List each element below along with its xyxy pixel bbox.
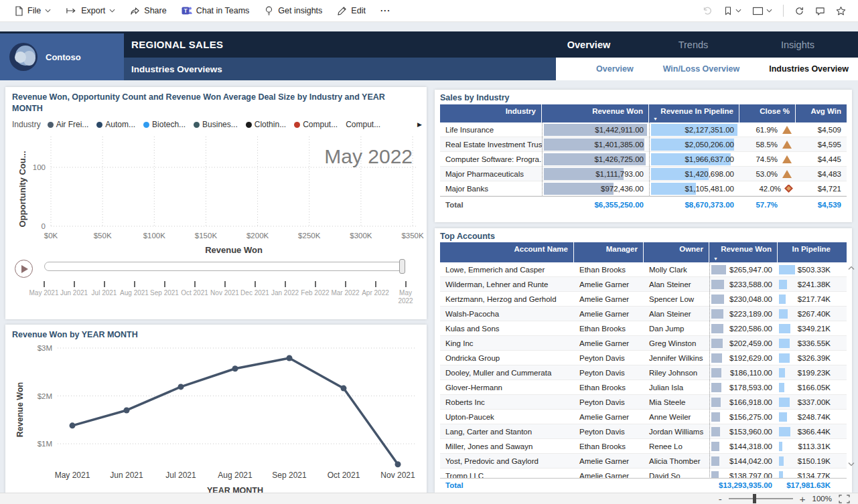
top-accounts-card: Top Accounts Account NameManagerOwnerRev… xyxy=(435,228,852,493)
play-axis-month[interactable]: Mar 2022 xyxy=(330,281,360,305)
table-row[interactable]: Computer Software: Progra...$1,426,725.0… xyxy=(440,152,847,167)
column-header-revenue-won[interactable]: Revenue Won▼ xyxy=(709,242,778,262)
play-axis-month[interactable]: Sep 2021 xyxy=(149,281,180,305)
play-axis-slider-handle[interactable] xyxy=(399,259,405,274)
column-header-in-pipeline[interactable]: In Pipeline xyxy=(778,242,836,262)
play-axis-month[interactable]: Nov 2021 xyxy=(210,281,240,305)
legend-item[interactable]: Air Frei... xyxy=(48,120,89,129)
bookmarks-button[interactable] xyxy=(718,0,747,21)
legend-item[interactable]: Comput... xyxy=(346,120,380,129)
zoom-out-button[interactable]: - xyxy=(719,494,722,504)
play-axis-month[interactable]: May2022 xyxy=(390,281,421,305)
table-row[interactable]: Kertzmann, Herzog and GerholdAmelie Garn… xyxy=(440,292,847,307)
chevron-down-icon xyxy=(45,9,51,13)
column-header-account-name[interactable]: Account Name xyxy=(440,242,574,262)
table-row[interactable]: Glover-HermannEthan BrooksJulian Isla$17… xyxy=(440,380,847,395)
view-button[interactable] xyxy=(747,0,778,21)
comments-button[interactable] xyxy=(810,0,831,21)
play-axis-month[interactable]: Feb 2022 xyxy=(300,281,330,305)
scroll-down-icon[interactable] xyxy=(848,462,855,467)
play-axis-month[interactable]: Dec 2021 xyxy=(240,281,270,305)
line-data-point[interactable] xyxy=(287,355,293,361)
column-header-manager[interactable]: Manager xyxy=(574,242,644,262)
cell-account-name: Dooley, Muller and Cummerata xyxy=(440,369,574,377)
table-row[interactable]: Yost, Predovic and GaylordAmelie GarnerA… xyxy=(440,454,847,469)
table-row[interactable]: Major Pharmaceuticals$1,111,793.00$1,420… xyxy=(440,167,847,181)
column-header-revenue-won[interactable]: Revenue Won xyxy=(542,104,649,122)
table-row[interactable]: Lang, Carter and StantonPeyton DavisJord… xyxy=(440,424,847,439)
table-row[interactable]: Ondricka GroupPeyton DavisJennifer Wilki… xyxy=(440,351,847,365)
zoom-slider-handle[interactable] xyxy=(753,494,756,503)
nav-tab-insights[interactable]: Insights xyxy=(745,31,850,58)
scatter-plot-area[interactable]: 1000$0K$50K$100K$150K$200K$250K$300K$350… xyxy=(5,133,427,258)
fit-to-page-icon[interactable] xyxy=(839,495,850,503)
sub-tab-industries-overview[interactable]: Industries Overview xyxy=(769,64,849,74)
play-button[interactable] xyxy=(15,260,33,278)
play-axis-month[interactable]: Aug 2021 xyxy=(119,281,149,305)
table-row[interactable]: Life Insurance$1,442,911.00$2,127,351.00… xyxy=(440,122,847,137)
get-insights-button[interactable]: Get insights xyxy=(257,0,330,21)
cell-revenue-in-pipeline: $1,966,637.00 xyxy=(649,152,739,166)
line-data-point[interactable] xyxy=(232,365,238,371)
legend-item[interactable]: Autom... xyxy=(96,120,135,129)
line-data-point[interactable] xyxy=(395,461,401,467)
play-axis-month[interactable]: Apr 2022 xyxy=(360,281,390,305)
line-data-point[interactable] xyxy=(70,422,76,428)
line-data-point[interactable] xyxy=(341,386,347,392)
column-header-revenue-in-pipeline[interactable]: Revenue In Pipeline▼ xyxy=(649,104,739,122)
column-header-close-[interactable]: Close % xyxy=(739,104,796,122)
cell-manager: Amelie Garner xyxy=(574,310,644,318)
cell-in-pipeline: $366.44K xyxy=(778,424,836,438)
legend-scroll-right-icon[interactable]: ▶ xyxy=(417,121,422,128)
svg-text:Sep 2021: Sep 2021 xyxy=(272,471,307,480)
legend-item[interactable]: Busines... xyxy=(194,120,238,129)
play-axis-slider-track[interactable] xyxy=(44,262,405,271)
more-options-button[interactable]: ··· xyxy=(373,0,399,21)
column-header-owner[interactable]: Owner xyxy=(644,242,709,262)
sub-tab-win-loss-overview[interactable]: Win/Loss Overview xyxy=(663,64,740,74)
export-menu-button[interactable]: Export xyxy=(58,0,123,21)
legend-item[interactable]: Biotech... xyxy=(143,120,186,129)
column-header-industry[interactable]: Industry xyxy=(440,104,542,122)
share-button[interactable]: Share xyxy=(123,0,173,21)
cell-owner: Alan Steiner xyxy=(644,310,709,318)
line-data-point[interactable] xyxy=(178,384,184,390)
table-row[interactable]: Real Estate Investment Trusts$1,401,385.… xyxy=(440,137,847,152)
sub-tab-overview[interactable]: Overview xyxy=(596,64,634,74)
edit-button[interactable]: Edit xyxy=(330,0,373,21)
favorite-button[interactable] xyxy=(831,0,851,21)
zoom-in-button[interactable]: + xyxy=(800,494,806,504)
table-row[interactable]: Upton-PaucekAmelie GarnerAnne Weiler$156… xyxy=(440,410,847,424)
table-row[interactable]: Major Banks$972,436.00$1,105,481.0042.0%… xyxy=(440,181,847,196)
column-header-avg-win[interactable]: Avg Win xyxy=(796,104,847,122)
table-row[interactable]: Walsh-PacochaAmelie GarnerAlan Steiner$2… xyxy=(440,307,847,321)
table-row[interactable]: Kulas and SonsEthan BrooksDan Jump$220,5… xyxy=(440,321,847,336)
play-axis-month[interactable]: May 2021 xyxy=(29,281,59,305)
legend-item[interactable]: Clothin... xyxy=(246,120,286,129)
chat-in-teams-button[interactable]: T Chat in Teams xyxy=(174,0,257,21)
scroll-up-icon[interactable] xyxy=(848,266,855,270)
table-row[interactable]: Wilderman, Lehner and RunteAmelie Garner… xyxy=(440,277,847,292)
legend-item[interactable]: Comput... xyxy=(294,120,338,129)
play-axis-month[interactable]: Jan 2022 xyxy=(270,281,300,305)
refresh-button[interactable] xyxy=(789,0,810,21)
nav-tab-overview[interactable]: Overview xyxy=(537,31,641,58)
file-menu-button[interactable]: File xyxy=(7,0,58,21)
play-axis-month[interactable]: Oct 2021 xyxy=(180,281,210,305)
pipeline-value: $336.55K xyxy=(778,339,836,347)
table-row[interactable]: Roberts IncPeyton DavisMia Steele$166,91… xyxy=(440,395,847,410)
table-row[interactable]: King IncAmelie GarnerGreg Winston$202,45… xyxy=(440,336,847,351)
banner-top-row: REGIONAL SALES Overview Trends Insights xyxy=(0,31,858,58)
table-row[interactable]: Miller, Jones and SawaynEthan BrooksRene… xyxy=(440,439,847,454)
nav-tab-trends[interactable]: Trends xyxy=(641,31,745,58)
zoom-slider-track[interactable] xyxy=(729,498,793,499)
line-data-point[interactable] xyxy=(124,407,130,413)
play-axis-month[interactable]: Jun 2021 xyxy=(59,281,89,305)
table-row[interactable]: Tromp LLCAmelie GarnerDavid So$138,797.0… xyxy=(440,469,847,478)
month-label: Sep 2021 xyxy=(149,289,180,297)
table-row[interactable]: Dooley, Muller and CummerataPeyton Davis… xyxy=(440,365,847,380)
play-axis-month[interactable]: Jul 2021 xyxy=(89,281,119,305)
reset-button[interactable] xyxy=(697,0,718,21)
table-row[interactable]: Lowe, Emmerich and CasperEthan BrooksMol… xyxy=(440,262,847,277)
line-plot-area[interactable]: $3M$2M$1MMay 2021Jun 2021Jul 2021Aug 202… xyxy=(5,339,427,500)
